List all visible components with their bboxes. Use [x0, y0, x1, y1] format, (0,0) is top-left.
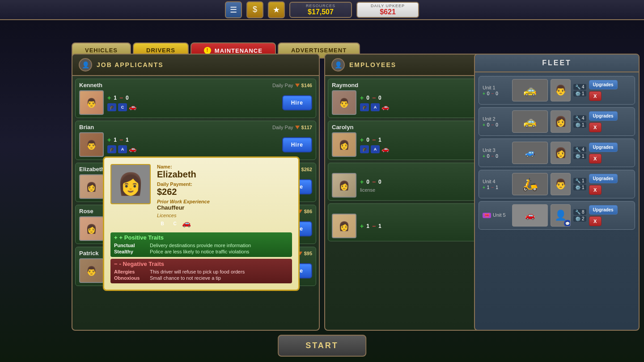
unit2-stats: + 0 − 0: [483, 122, 509, 127]
carolyn-car-icon: 🚗: [381, 145, 389, 153]
rose-pay-value: $86: [304, 209, 312, 214]
unit5-stat2: ⚙️ 2: [573, 216, 586, 222]
unit3-upgrades-button[interactable]: Upgrades: [589, 143, 618, 152]
unit1-label: Unit 1: [483, 85, 509, 90]
start-button[interactable]: START: [278, 335, 366, 357]
unit2-vehicle: 🚕: [512, 110, 548, 133]
star-button[interactable]: ★: [268, 1, 285, 18]
tooltip-badge-c: C: [169, 219, 180, 228]
tooltip-exp-value: Chauffeur: [157, 204, 292, 211]
elizabeth-name: Elizabeth: [79, 166, 105, 173]
unit2-stat1: 🔧 4: [573, 115, 586, 121]
unit2-remove-button[interactable]: X: [589, 122, 602, 132]
brian-stats: + 1 − 1 🎓 A 🚗: [107, 136, 279, 153]
unit2-driver: 👩: [551, 110, 571, 133]
unit1-stat2: ⚙️ 1: [573, 91, 586, 97]
kenneth-avatar: 👨: [79, 90, 104, 115]
unit3-label: Unit 3: [483, 147, 509, 153]
brian-hire-button[interactable]: Hire: [282, 137, 312, 152]
unit3-vehicle: 🚙: [512, 142, 548, 164]
tooltip-car-icon: 🚗: [182, 219, 191, 228]
unit5-vehicle: 🚗: [512, 204, 548, 227]
brian-avatar: 👨: [79, 132, 104, 157]
unit1-upgrades-button[interactable]: Upgrades: [589, 80, 618, 89]
minus-icon: −: [114, 261, 118, 267]
elizabeth-tooltip: 👩 Name: Elizabeth Daily Payment: $262 Pr…: [103, 156, 300, 291]
raymond-car-icon: 🚗: [381, 103, 389, 111]
positive-traits-header: + + Positive Traits: [114, 234, 288, 241]
brian-name: Brian: [79, 124, 94, 130]
unit1-driver: 👨: [551, 79, 571, 101]
trait-punctual: Punctual Delivery destinations provide m…: [114, 243, 288, 248]
kenneth-hire-button[interactable]: Hire: [282, 95, 312, 110]
tooltip-name-label: Name:: [157, 164, 292, 169]
patrick-pay-value: $95: [304, 251, 312, 256]
carolyn-license-edu: 🎓: [360, 145, 369, 153]
carolyn-license-a: A: [371, 145, 380, 153]
kenneth-pay-value: $146: [301, 83, 312, 88]
trait-allergies-name: Allergies: [114, 269, 150, 274]
unit1-actions: Upgrades X: [589, 80, 618, 101]
raymond-license-edu: 🎓: [360, 103, 369, 111]
fleet-body: Unit 1 + 0 − 0 🚕 👨 🔧 4 ⚙️ 1: [475, 72, 639, 233]
menu-button[interactable]: ☰: [225, 1, 242, 18]
unit2-stat2: ⚙️ 1: [573, 122, 586, 128]
kenneth-stats: + 1 − 0 🎓 C 🚗: [107, 94, 279, 111]
fleet-unit-2: Unit 2 + 0 − 0 🚕 👩 🔧 4 ⚙️ 1: [479, 107, 635, 136]
elizabeth-avatar: 👩: [79, 174, 104, 199]
unit4-stat1: 🔧 1: [573, 178, 586, 184]
unit2-upgrades-button[interactable]: Upgrades: [589, 111, 618, 121]
unit2-stats-box: 🔧 4 ⚙️ 1: [573, 115, 586, 128]
kenneth-pay-info: Daily Pay $146: [272, 83, 312, 88]
trait-allergies: Allergies This driver will refuse to pic…: [114, 269, 288, 274]
unit3-stats-box: 🔧 4 ⚙️ 1: [573, 147, 586, 159]
money-button[interactable]: $: [246, 1, 263, 18]
raymond-license-a: A: [371, 103, 380, 111]
unit1-stats: + 0 − 0: [483, 91, 509, 96]
trait-obnoxious: Obnoxious Small chance to not recieve a …: [114, 275, 288, 281]
unit2-actions: Upgrades X: [589, 111, 618, 132]
unit1-stats-box: 🔧 4 ⚙️ 1: [573, 84, 586, 97]
trait-allergies-desc: This driver will refuse to pick up food …: [150, 269, 245, 274]
brian-pay-value: $117: [301, 125, 312, 130]
employees-icon: 👤: [331, 58, 345, 72]
maintenance-warning-icon: !: [204, 47, 211, 54]
fleet-unit-5: 🎀 Unit 5 🚗 👤 💬 🔧 8 ⚙️ 2 Upgrades X: [479, 201, 635, 230]
unit4-label: Unit 4: [483, 179, 509, 184]
job-applicants-title: JOB APPLICANTS: [97, 61, 164, 68]
applicant-kenneth: Kenneth Daily Pay $146 👨 + 1 − 0: [75, 79, 316, 118]
resources-label: RESOURCES: [297, 4, 344, 8]
unit5-upgrades-button[interactable]: Upgrades: [589, 205, 618, 215]
unit1-remove-button[interactable]: X: [589, 91, 602, 101]
elizabeth-pay-value: $262: [301, 167, 312, 172]
unit5-remove-button[interactable]: X: [589, 216, 602, 226]
patrick-name: Patrick: [79, 250, 98, 257]
tooltip-avatar: 👩: [110, 164, 151, 204]
unit5-stat1: 🔧 8: [573, 209, 586, 215]
kenneth-pay-arrow: [295, 84, 300, 87]
trait-stealthy-name: Stealthy: [114, 249, 150, 254]
unit3-stats: + 0 − 0: [483, 154, 509, 159]
unit5-driver-badge: 💬: [564, 220, 571, 227]
unit4-actions: Upgrades X: [589, 174, 618, 195]
resources-box: RESOURCES $17,507: [289, 2, 352, 18]
fleet-title: FLEET: [475, 55, 639, 72]
emp3-avatar: 👩: [332, 173, 356, 198]
kenneth-license-edu: 🎓: [107, 103, 116, 111]
emp4-avatar: 👩: [332, 214, 356, 238]
unit2-label: Unit 2: [483, 116, 509, 122]
unit4-upgrades-button[interactable]: Upgrades: [589, 174, 618, 183]
tooltip-header: 👩 Name: Elizabeth Daily Payment: $262 Pr…: [110, 164, 292, 228]
top-bar: ☰ $ ★ RESOURCES $17,507 DAILY UPKEEP $62…: [0, 0, 644, 20]
tooltip-lic-label: Licences: [157, 213, 292, 218]
brian-license-edu: 🎓: [107, 145, 116, 153]
resources-value: $17,507: [297, 8, 344, 16]
kenneth-license-c: C: [118, 103, 127, 111]
employees-title: EMPLOYEES: [349, 61, 396, 68]
plus-icon: +: [114, 234, 118, 241]
unit4-remove-button[interactable]: X: [589, 185, 602, 195]
unit3-remove-button[interactable]: X: [589, 154, 602, 164]
negative-traits-header: − - Negative Traits: [114, 261, 288, 267]
rose-avatar: 👩: [79, 216, 104, 241]
unit1-vehicle: 🚕: [512, 79, 548, 101]
